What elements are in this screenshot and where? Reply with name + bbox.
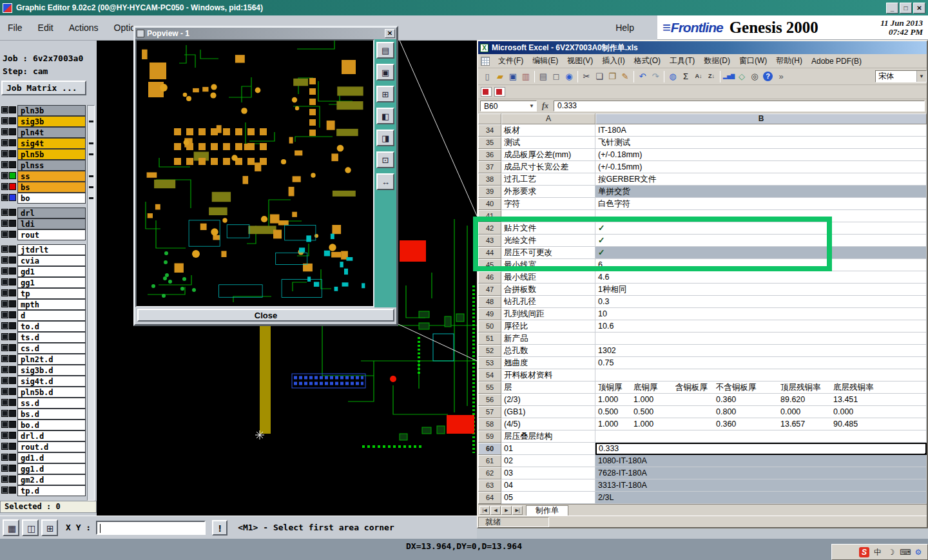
row-header-54[interactable]: 54 <box>478 369 501 381</box>
layer-row-tp[interactable]: tp <box>1 288 86 299</box>
layer-visibility-checkbox[interactable] <box>1 183 8 190</box>
layer-color-swatch[interactable] <box>9 267 16 275</box>
layer-row-drl[interactable]: drl <box>1 208 86 218</box>
cell-A58[interactable]: (4/5) <box>501 418 595 430</box>
next-sheet-icon[interactable]: ▶ <box>501 506 512 515</box>
excel-menu-窗口(W)[interactable]: 窗口(W) <box>735 55 771 66</box>
layer-row-jtdrlt[interactable]: jtdrlt <box>1 244 86 255</box>
row-header-47[interactable]: 47 <box>478 284 501 296</box>
layer-visibility-checkbox[interactable] <box>1 256 8 264</box>
layer-row-d[interactable]: d <box>1 310 86 321</box>
layer-row-pln5b.d[interactable]: pln5b.d <box>1 387 86 398</box>
layer-row-to.d[interactable]: to.d <box>1 321 86 332</box>
layer-row-ss[interactable]: ss <box>1 171 86 182</box>
row-header-40[interactable]: 40 <box>478 198 501 210</box>
formula-input[interactable]: 0.333 <box>554 101 925 111</box>
layer-visibility-checkbox[interactable] <box>1 231 8 238</box>
layer-color-swatch[interactable] <box>9 366 16 373</box>
cell-A40[interactable]: 字符 <box>501 198 595 210</box>
layer-color-swatch[interactable] <box>9 421 16 428</box>
layer-color-swatch[interactable] <box>9 344 16 351</box>
layer-visibility-checkbox[interactable] <box>1 150 8 157</box>
layer-color-swatch[interactable] <box>9 399 16 406</box>
cell-B46[interactable]: 4.6 <box>595 271 927 284</box>
layer-visibility-checkbox[interactable] <box>1 172 8 179</box>
layer-visibility-checkbox[interactable] <box>1 289 8 296</box>
row-header-59[interactable]: 59 <box>478 430 501 443</box>
layer-visibility-checkbox[interactable] <box>1 300 8 307</box>
layer-visibility-checkbox[interactable] <box>1 366 8 373</box>
cell-A51[interactable]: 新产品 <box>501 333 595 345</box>
layer-visibility-checkbox[interactable] <box>1 246 8 253</box>
row-header-34[interactable]: 34 <box>478 124 501 137</box>
cell-B62[interactable]: 7628-IT-180A <box>595 467 927 479</box>
prev-sheet-icon[interactable]: ◀ <box>490 506 501 515</box>
menu-help[interactable]: Help <box>608 23 642 33</box>
layer-visibility-checkbox[interactable] <box>1 311 8 318</box>
last-sheet-icon[interactable]: ▶| <box>512 506 523 515</box>
row-header-43[interactable]: 43 <box>478 235 501 247</box>
layer-row-gd1[interactable]: gd1 <box>1 266 86 277</box>
adobe-pdf-icon[interactable] <box>481 87 492 97</box>
cell-B39[interactable]: 单拼交货 <box>595 186 927 198</box>
cell-A36[interactable]: 成品板厚公差(mm) <box>501 149 595 161</box>
cell-B64[interactable]: 2/3L <box>595 492 927 504</box>
cell-A64[interactable]: 05 <box>501 492 595 504</box>
cell-B45[interactable]: 6 <box>595 259 927 271</box>
cell-B41[interactable] <box>595 210 927 222</box>
print-preview-icon[interactable]: ◻ <box>550 71 563 82</box>
layer-row-gg1[interactable]: gg1 <box>1 277 86 288</box>
grid-icon[interactable]: ⊞ <box>41 519 58 536</box>
redo-icon[interactable]: ↷ <box>649 71 662 82</box>
layer-row-sig4t[interactable]: sig4t <box>1 138 86 149</box>
layer-visibility-checkbox[interactable] <box>1 476 8 483</box>
layer-row-plnss[interactable]: plnss <box>1 160 86 171</box>
layer-visibility-checkbox[interactable] <box>1 487 8 494</box>
keyboard-icon[interactable]: ⌨ <box>900 547 910 557</box>
chinese-ime-icon[interactable]: 中 <box>873 547 883 557</box>
row-header-58[interactable]: 58 <box>478 418 501 430</box>
cell-A44[interactable]: 层压不可更改 <box>501 247 595 259</box>
layer-color-swatch[interactable] <box>9 256 16 264</box>
layer-color-swatch[interactable] <box>9 487 16 494</box>
layer-visibility-checkbox[interactable] <box>1 194 8 201</box>
menu-file[interactable]: File <box>0 23 30 33</box>
cell-B40[interactable]: 白色字符 <box>595 198 927 210</box>
cell-B54[interactable] <box>595 369 927 381</box>
layer-row-drl.d[interactable]: drl.d <box>1 430 86 441</box>
sheet-tab[interactable]: 制作单 <box>526 505 568 516</box>
layer-color-swatch[interactable] <box>9 432 16 439</box>
cell-B58[interactable]: 1.0001.0000.36013.65790.485 <box>595 418 927 430</box>
row-header-60[interactable]: 60 <box>478 443 501 455</box>
layer-row-ts.d[interactable]: ts.d <box>1 332 86 343</box>
row-header-41[interactable]: 41 <box>478 210 501 222</box>
layer-row-cs.d[interactable]: cs.d <box>1 343 86 354</box>
layer-row-pln3b[interactable]: pln3b <box>1 105 86 116</box>
cell-B55[interactable]: 顶铜厚底铜厚含铜板厚不含铜板厚顶层残铜率底层残铜率 <box>595 381 927 394</box>
sogou-icon[interactable]: S <box>859 547 869 557</box>
column-header-A[interactable]: A <box>501 113 595 124</box>
layer-row-ldi[interactable]: ldi <box>1 218 86 229</box>
font-name-combo[interactable]: 宋体▼ <box>875 70 927 82</box>
layer-visibility-checkbox[interactable] <box>1 344 8 351</box>
wrench-icon[interactable]: ⚙ <box>913 547 923 557</box>
layer-visibility-checkbox[interactable] <box>1 209 8 216</box>
popview-tool-zoom-window-icon[interactable]: ⊞ <box>376 86 394 102</box>
print-icon[interactable]: ▤ <box>537 71 550 82</box>
row-header-46[interactable]: 46 <box>478 271 501 284</box>
copy-icon[interactable]: ❏ <box>593 71 606 82</box>
popview-close-icon[interactable]: ✕ <box>385 29 395 38</box>
popview-tool-export-view-icon[interactable]: ▤ <box>376 42 394 59</box>
cell-A37[interactable]: 成品尺寸长宽公差 <box>501 161 595 173</box>
popview-tool-pan-left-icon[interactable]: ◧ <box>376 108 394 124</box>
row-header-35[interactable]: 35 <box>478 137 501 149</box>
layer-color-swatch[interactable] <box>9 410 16 417</box>
save-icon[interactable]: ▣ <box>507 71 519 82</box>
layer-visibility-checkbox[interactable] <box>1 388 8 395</box>
cell-A61[interactable]: 02 <box>501 455 595 467</box>
layer-color-swatch[interactable] <box>9 150 16 157</box>
row-header-50[interactable]: 50 <box>478 320 501 333</box>
chevron-down-icon[interactable]: ▼ <box>529 103 536 109</box>
excel-menu-插入(I)[interactable]: 插入(I) <box>597 55 629 66</box>
drawing-icon[interactable]: ◇ <box>735 71 748 82</box>
